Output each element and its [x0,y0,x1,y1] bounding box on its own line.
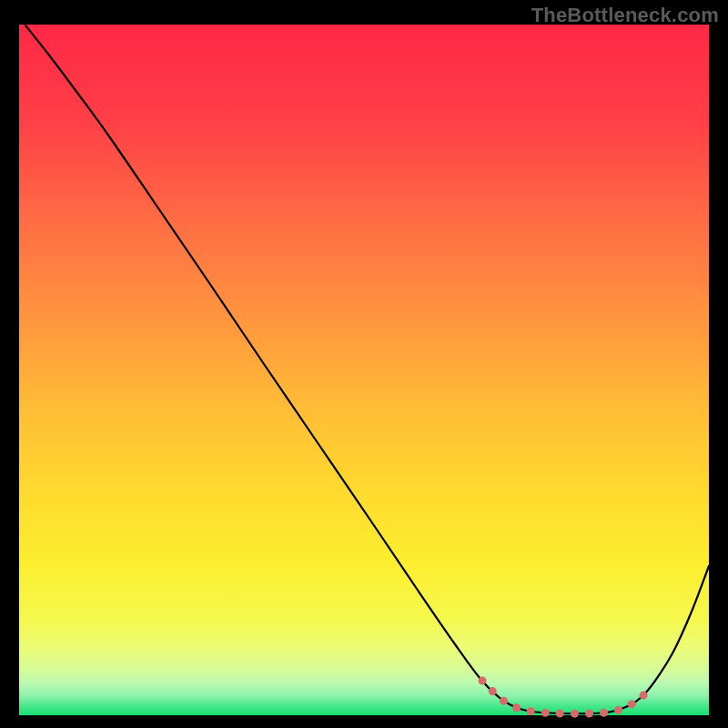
plot-background [19,25,709,715]
watermark-text: TheBottleneck.com [531,4,719,27]
chart-frame: TheBottleneck.com [0,0,728,728]
heat-curve-chart [0,0,728,728]
